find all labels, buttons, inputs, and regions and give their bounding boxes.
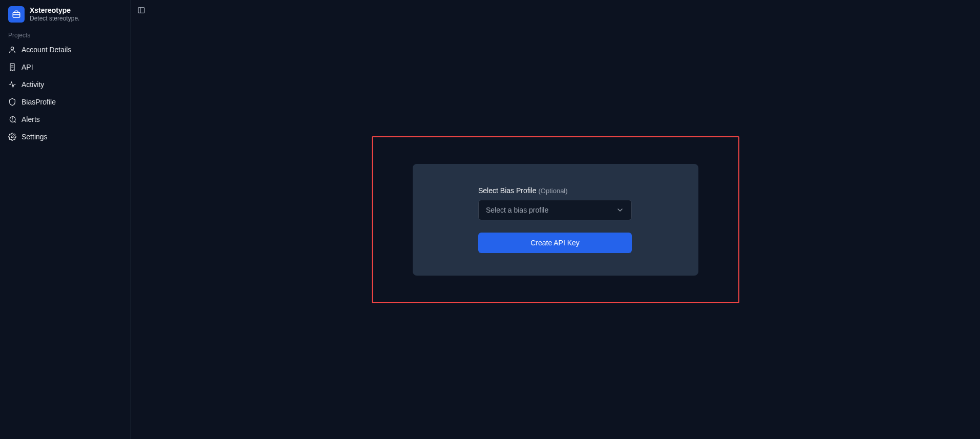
svg-point-2 — [11, 136, 13, 138]
center-wrap: Select Bias Profile (Optional) Select a … — [372, 136, 739, 303]
activity-icon — [8, 80, 16, 89]
chevron-down-icon — [616, 206, 624, 214]
svg-rect-3 — [138, 8, 144, 13]
create-api-key-button[interactable]: Create API Key — [478, 233, 632, 253]
create-api-key-card: Select Bias Profile (Optional) Select a … — [413, 164, 698, 276]
svg-point-1 — [11, 47, 13, 50]
shield-icon — [8, 98, 16, 106]
gear-icon — [8, 133, 16, 141]
sidebar-item-account-details[interactable]: Account Details — [0, 41, 131, 58]
bias-profile-label-main: Select Bias Profile — [478, 186, 537, 195]
brand-row: Xstereotype Detect stereotype. — [0, 4, 131, 29]
sidebar-item-label: API — [22, 63, 33, 71]
sidebar: Xstereotype Detect stereotype. Projects … — [0, 0, 131, 439]
highlight-box: Select Bias Profile (Optional) Select a … — [372, 136, 739, 303]
brand-text: Xstereotype Detect stereotype. — [30, 6, 79, 22]
sidebar-item-label: Settings — [22, 133, 48, 141]
sidebar-item-label: Account Details — [22, 46, 71, 54]
bias-profile-label: Select Bias Profile (Optional) — [478, 186, 633, 195]
bias-profile-select-value: Select a bias profile — [486, 206, 548, 214]
sidebar-toggle-button[interactable] — [135, 4, 147, 16]
sidebar-item-label: BiasProfile — [22, 98, 56, 106]
bias-profile-label-optional: (Optional) — [539, 187, 568, 195]
bias-profile-select[interactable]: Select a bias profile — [478, 200, 632, 220]
brand-title: Xstereotype — [30, 6, 79, 15]
sidebar-item-api[interactable]: API — [0, 58, 131, 76]
sidebar-section-label: Projects — [0, 29, 131, 41]
sidebar-item-activity[interactable]: Activity — [0, 76, 131, 93]
receipt-icon — [8, 63, 16, 71]
brand-subtitle: Detect stereotype. — [30, 15, 79, 22]
panel-left-icon — [137, 6, 145, 14]
brand-logo — [8, 6, 25, 23]
sidebar-item-settings[interactable]: Settings — [0, 128, 131, 145]
message-alert-icon — [8, 115, 16, 123]
user-icon — [8, 46, 16, 54]
sidebar-item-label: Alerts — [22, 115, 40, 123]
briefcase-icon — [12, 10, 21, 19]
sidebar-item-biasprofile[interactable]: BiasProfile — [0, 93, 131, 111]
main-content: Select Bias Profile (Optional) Select a … — [131, 0, 980, 439]
sidebar-item-alerts[interactable]: Alerts — [0, 111, 131, 128]
sidebar-item-label: Activity — [22, 80, 44, 89]
